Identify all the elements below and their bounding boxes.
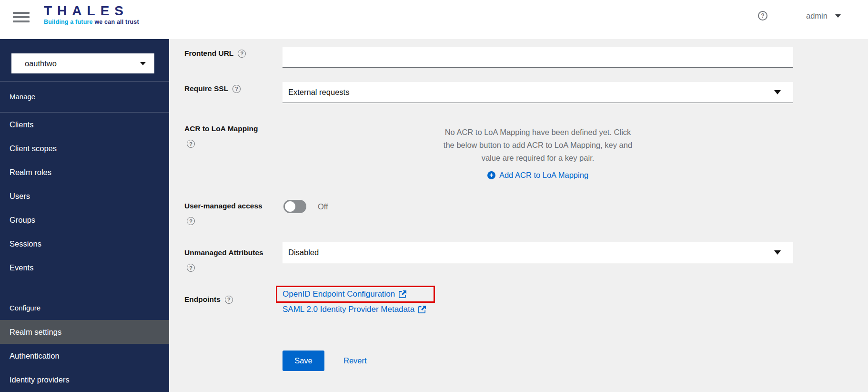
- require-ssl-value: External requests: [288, 88, 349, 97]
- frontend-url-input[interactable]: [283, 47, 793, 68]
- realm-settings-form: Frontend URL Require SSL External reques…: [169, 39, 868, 392]
- chevron-down-icon: [774, 90, 781, 94]
- thales-logo: THALES Building a future we can all trus…: [44, 4, 139, 25]
- user-managed-access-state: Off: [318, 200, 328, 213]
- unmanaged-attributes-select[interactable]: Disabled: [283, 242, 793, 263]
- app-header: THALES Building a future we can all trus…: [0, 0, 868, 39]
- sidebar-section-configure: Configure: [0, 296, 169, 320]
- frontend-url-label-row: Frontend URL: [184, 49, 246, 58]
- sidebar-section-manage: Manage: [0, 82, 169, 112]
- annotation-highlight-box: OpenID Endpoint Configuration: [276, 286, 435, 303]
- chevron-down-icon: [774, 250, 781, 255]
- help-icon[interactable]: [187, 217, 195, 225]
- require-ssl-label: Require SSL: [184, 84, 228, 93]
- empty-state-text-line: the below button to add ACR to LoA Mappi…: [283, 139, 793, 152]
- user-managed-access-label-row: User-managed access: [184, 201, 262, 211]
- revert-button[interactable]: Revert: [343, 351, 367, 371]
- tagline-highlight: Building a future: [44, 19, 93, 25]
- save-button[interactable]: Save: [283, 351, 324, 371]
- sidebar-item-identity-providers[interactable]: Identity providers: [0, 368, 169, 392]
- help-icon[interactable]: [232, 85, 241, 93]
- brand-tagline: Building a future we can all trust: [44, 19, 139, 25]
- chevron-down-icon: [835, 14, 841, 18]
- sidebar-item-realm-settings[interactable]: Realm settings: [0, 320, 169, 344]
- sidebar-item-events[interactable]: Events: [0, 256, 169, 279]
- keycloak-admin-console: THALES Building a future we can all trus…: [0, 0, 868, 392]
- add-acr-mapping-button[interactable]: Add ACR to LoA Mapping: [487, 169, 588, 182]
- sidebar-item-authentication[interactable]: Authentication: [0, 344, 169, 368]
- tagline-rest: we can all trust: [93, 19, 139, 25]
- acr-mapping-label-row: ACR to LoA Mapping: [184, 124, 258, 134]
- user-menu[interactable]: admin: [806, 10, 841, 22]
- frontend-url-label: Frontend URL: [184, 49, 233, 58]
- saml-metadata-link[interactable]: SAML 2.0 Identity Provider Metadata: [283, 305, 426, 314]
- brand-name: THALES: [44, 4, 139, 18]
- plus-circle-icon: [487, 171, 495, 179]
- acr-mapping-empty-state: No ACR to LoA Mapping have been defined …: [283, 126, 793, 182]
- sidebar-item-clients[interactable]: Clients: [0, 113, 169, 136]
- toggle-knob: [285, 201, 295, 212]
- add-acr-mapping-label: Add ACR to LoA Mapping: [499, 169, 588, 182]
- hamburger-menu-icon[interactable]: [13, 12, 30, 23]
- require-ssl-label-row: Require SSL: [184, 84, 241, 93]
- help-icon[interactable]: [187, 140, 195, 148]
- user-menu-label: admin: [806, 11, 828, 21]
- sidebar-item-users[interactable]: Users: [0, 184, 169, 208]
- user-managed-access-label: User-managed access: [184, 201, 262, 211]
- chevron-down-icon: [140, 62, 146, 65]
- openid-endpoint-configuration-link[interactable]: OpenID Endpoint Configuration: [283, 289, 406, 299]
- help-icon[interactable]: [225, 296, 233, 304]
- unmanaged-attributes-value: Disabled: [288, 248, 319, 257]
- require-ssl-select[interactable]: External requests: [283, 82, 793, 103]
- acr-mapping-label: ACR to LoA Mapping: [184, 124, 258, 134]
- user-managed-access-toggle[interactable]: [283, 200, 306, 213]
- endpoints-label: Endpoints: [184, 295, 221, 304]
- sidebar-item-sessions[interactable]: Sessions: [0, 232, 169, 256]
- endpoints-label-row: Endpoints: [184, 295, 233, 304]
- saml-metadata-label: SAML 2.0 Identity Provider Metadata: [283, 305, 414, 314]
- realm-selector[interactable]: oauthtwo: [11, 53, 154, 73]
- sidebar-item-groups[interactable]: Groups: [0, 208, 169, 232]
- sidebar-item-client-scopes[interactable]: Client scopes: [0, 136, 169, 160]
- empty-state-text-line: value are required for a key pair.: [283, 152, 793, 165]
- help-icon[interactable]: [758, 11, 767, 21]
- realm-selector-value: oauthtwo: [25, 59, 57, 68]
- openid-endpoint-configuration-label: OpenID Endpoint Configuration: [283, 289, 395, 299]
- sidebar-item-realm-roles[interactable]: Realm roles: [0, 160, 169, 184]
- unmanaged-attributes-label: Unmanaged Attributes: [184, 248, 263, 258]
- help-icon[interactable]: [187, 264, 195, 272]
- external-link-icon: [418, 306, 426, 314]
- external-link-icon: [398, 290, 406, 299]
- sidebar: oauthtwo Manage Clients Client scopes Re…: [0, 39, 169, 392]
- help-icon[interactable]: [238, 50, 246, 58]
- unmanaged-attributes-label-row: Unmanaged Attributes: [184, 248, 263, 258]
- empty-state-text-line: No ACR to LoA Mapping have been defined …: [283, 126, 793, 139]
